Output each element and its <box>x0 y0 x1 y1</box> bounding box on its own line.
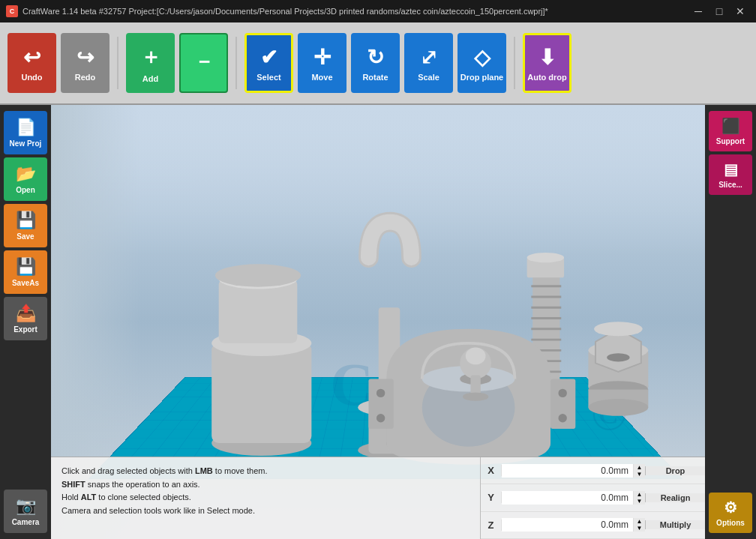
svg-point-30 <box>594 322 643 336</box>
rotate-label: Rotate <box>362 73 388 82</box>
new-proj-icon: 📄 <box>16 118 36 137</box>
new-project-button[interactable]: 📄 New Proj <box>4 111 47 154</box>
support-icon: ⬛ <box>722 117 740 135</box>
info-line-2: SHIFT snaps the operation to an axis. <box>62 478 470 492</box>
z-down-button[interactable]: ▼ <box>634 525 645 532</box>
realign-button[interactable]: Realign <box>645 493 705 502</box>
svg-point-24 <box>527 253 564 262</box>
x-coordinate-row: X ▲ ▼ Drop <box>481 457 705 484</box>
info-line-4: Camera and selection tools work like in … <box>62 505 470 518</box>
export-label: Export <box>14 325 38 334</box>
y-coordinate-row: Y ▲ ▼ Realign <box>481 484 705 511</box>
select-button[interactable]: ✔ Select <box>244 33 293 93</box>
model-nut <box>588 322 648 416</box>
z-coordinate-row: Z ▲ ▼ Multiply <box>481 512 705 539</box>
titlebar-controls: ─ □ ✕ <box>688 4 750 19</box>
toolbar-separator-1 <box>117 37 118 89</box>
info-line-1: Click and drag selected objects with LMB… <box>62 465 470 478</box>
y-label: Y <box>481 492 502 503</box>
x-spinner: ▲ ▼ <box>633 464 645 478</box>
options-button[interactable]: ⚙ Options <box>709 493 752 533</box>
move-button[interactable]: ✛ Move <box>298 33 346 93</box>
y-spinner: ▲ ▼ <box>633 491 645 505</box>
svg-point-6 <box>215 264 301 286</box>
z-spinner: ▲ ▼ <box>633 518 645 532</box>
add-button[interactable]: ＋ Add <box>126 33 175 93</box>
main-area: 📄 New Proj 📂 Open 💾 Save 💾 SaveAs 📤 Expo… <box>0 105 756 539</box>
drop-plane-button[interactable]: ◇ Drop plane <box>458 33 506 93</box>
toolbar-separator-2 <box>236 37 237 89</box>
new-proj-label: New Proj <box>10 139 42 148</box>
svg-point-48 <box>463 392 488 400</box>
auto-drop-button[interactable]: ⬇ Auto drop <box>523 33 572 93</box>
model-toilet <box>212 264 311 456</box>
export-icon: 📤 <box>16 304 36 323</box>
drop-plane-icon: ◇ <box>474 45 490 70</box>
options-icon: ⚙ <box>724 499 737 517</box>
app-logo: C <box>6 5 18 17</box>
left-sidebar: 📄 New Proj 📂 Open 💾 Save 💾 SaveAs 📤 Expo… <box>0 105 51 539</box>
move-label: Move <box>311 73 332 82</box>
y-down-button[interactable]: ▼ <box>634 498 645 505</box>
undo-icon: ↩ <box>23 45 40 70</box>
y-input[interactable] <box>502 491 633 505</box>
titlebar-left: C CraftWare 1.14 beta #32757 Project:[C:… <box>6 5 548 17</box>
svg-point-34 <box>588 399 648 416</box>
3d-models-svg <box>126 165 682 486</box>
camera-icon: 📷 <box>16 496 36 516</box>
y-up-button[interactable]: ▲ <box>634 491 645 498</box>
minimize-button[interactable]: ─ <box>688 4 708 19</box>
camera-button[interactable]: 📷 Camera <box>4 490 47 533</box>
rotate-button[interactable]: ↻ Rotate <box>351 33 400 93</box>
save-icon: 💾 <box>16 211 36 230</box>
x-down-button[interactable]: ▼ <box>634 471 645 478</box>
save-button[interactable]: 💾 Save <box>4 204 47 247</box>
maximize-button[interactable]: □ <box>710 4 729 19</box>
scale-button[interactable]: ⤢ Scale <box>404 33 453 93</box>
open-icon: 📂 <box>16 164 36 184</box>
drop-button[interactable]: Drop <box>645 466 705 475</box>
support-label: Support <box>716 137 745 145</box>
redo-icon: ↪ <box>76 45 94 70</box>
scale-label: Scale <box>418 73 440 82</box>
open-button[interactable]: 📂 Open <box>4 157 47 201</box>
move-icon: ✛ <box>314 45 331 70</box>
slice-button[interactable]: ▤ Slice... <box>709 154 752 195</box>
right-sidebar: ⬛ Support ▤ Slice... ⚙ Options <box>705 105 756 539</box>
close-button[interactable]: ✕ <box>730 4 750 19</box>
info-panel: Click and drag selected objects with LMB… <box>51 457 705 539</box>
add-label: Add <box>142 74 158 83</box>
save-as-label: SaveAs <box>12 279 39 287</box>
window-title: CraftWare 1.14 beta #32757 Project:[C:/U… <box>22 7 548 16</box>
save-as-button[interactable]: 💾 SaveAs <box>4 250 47 294</box>
x-up-button[interactable]: ▲ <box>634 464 645 471</box>
auto-drop-icon: ⬇ <box>538 45 556 70</box>
z-up-button[interactable]: ▲ <box>634 518 645 525</box>
add-icon: ＋ <box>140 43 161 71</box>
remove-button[interactable]: － <box>179 33 228 93</box>
select-icon: ✔ <box>260 45 278 70</box>
info-text-area: Click and drag selected objects with LMB… <box>51 457 480 539</box>
toolbar: ↩ Undo ↪ Redo ＋ Add － ✔ Select ✛ Move ↻ … <box>0 22 756 105</box>
titlebar: C CraftWare 1.14 beta #32757 Project:[C:… <box>0 0 756 22</box>
auto-drop-label: Auto drop <box>527 73 567 82</box>
slice-label: Slice... <box>718 181 742 189</box>
x-input[interactable] <box>502 464 633 478</box>
export-button[interactable]: 📤 Export <box>4 297 47 340</box>
camera-label: Camera <box>12 518 40 526</box>
undo-label: Undo <box>21 73 42 82</box>
undo-button[interactable]: ↩ Undo <box>8 33 56 93</box>
svg-point-43 <box>558 414 566 422</box>
svg-rect-2 <box>212 343 311 443</box>
select-label: Select <box>256 73 280 82</box>
z-label: Z <box>481 520 502 531</box>
redo-button[interactable]: ↪ Redo <box>61 33 110 93</box>
support-button[interactable]: ⬛ Support <box>709 111 752 151</box>
3d-viewport[interactable]: Cop © <box>51 105 705 539</box>
scale-icon: ⤢ <box>420 45 437 70</box>
toolbar-separator-3 <box>514 37 515 89</box>
multiply-button[interactable]: Multiply <box>645 520 705 529</box>
svg-point-40 <box>376 389 385 397</box>
options-label: Options <box>716 519 745 527</box>
z-input[interactable] <box>502 518 633 532</box>
